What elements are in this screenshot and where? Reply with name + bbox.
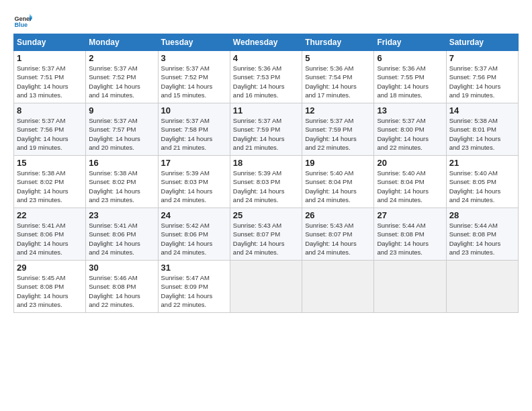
calendar-cell xyxy=(302,261,374,313)
day-info: Sunrise: 5:37 AM Sunset: 7:51 PM Dayligh… xyxy=(17,64,83,99)
calendar-cell: 17Sunrise: 5:39 AM Sunset: 8:03 PM Dayli… xyxy=(158,156,230,208)
col-sunday: Sunday xyxy=(14,34,86,51)
col-friday: Friday xyxy=(374,34,446,51)
day-number: 16 xyxy=(89,158,154,168)
calendar-cell: 2Sunrise: 5:37 AM Sunset: 7:52 PM Daylig… xyxy=(86,51,158,103)
day-info: Sunrise: 5:43 AM Sunset: 8:07 PM Dayligh… xyxy=(233,221,299,257)
day-info: Sunrise: 5:42 AM Sunset: 8:06 PM Dayligh… xyxy=(161,221,227,257)
calendar-cell xyxy=(446,261,518,313)
day-number: 26 xyxy=(305,210,371,220)
calendar-cell: 24Sunrise: 5:42 AM Sunset: 8:06 PM Dayli… xyxy=(158,208,230,261)
calendar-cell: 23Sunrise: 5:41 AM Sunset: 8:06 PM Dayli… xyxy=(86,208,158,261)
day-number: 29 xyxy=(17,263,83,273)
day-info: Sunrise: 5:40 AM Sunset: 8:04 PM Dayligh… xyxy=(377,169,443,204)
calendar-cell: 9Sunrise: 5:37 AM Sunset: 7:57 PM Daylig… xyxy=(86,103,158,156)
col-thursday: Thursday xyxy=(302,34,374,51)
day-number: 17 xyxy=(161,158,227,168)
calendar-cell: 19Sunrise: 5:40 AM Sunset: 8:04 PM Dayli… xyxy=(302,156,374,208)
calendar-cell: 16Sunrise: 5:38 AM Sunset: 8:02 PM Dayli… xyxy=(86,156,158,208)
day-number: 4 xyxy=(233,53,299,63)
day-info: Sunrise: 5:38 AM Sunset: 8:01 PM Dayligh… xyxy=(449,116,515,152)
logo-icon: General Blue xyxy=(13,12,32,31)
calendar-cell: 6Sunrise: 5:36 AM Sunset: 7:55 PM Daylig… xyxy=(374,51,446,103)
calendar-week-2: 8Sunrise: 5:37 AM Sunset: 7:56 PM Daylig… xyxy=(14,103,519,156)
day-info: Sunrise: 5:43 AM Sunset: 8:07 PM Dayligh… xyxy=(305,221,371,257)
svg-text:Blue: Blue xyxy=(14,21,28,28)
day-number: 31 xyxy=(161,263,227,273)
day-number: 30 xyxy=(89,263,154,273)
day-info: Sunrise: 5:39 AM Sunset: 8:03 PM Dayligh… xyxy=(233,169,299,204)
day-number: 23 xyxy=(89,210,154,220)
day-info: Sunrise: 5:36 AM Sunset: 7:55 PM Dayligh… xyxy=(377,64,443,99)
calendar-table: Sunday Monday Tuesday Wednesday Thursday… xyxy=(13,34,519,313)
day-number: 11 xyxy=(233,105,299,116)
day-number: 13 xyxy=(377,105,443,116)
calendar-cell: 11Sunrise: 5:37 AM Sunset: 7:59 PM Dayli… xyxy=(230,103,302,156)
calendar-cell: 15Sunrise: 5:38 AM Sunset: 8:02 PM Dayli… xyxy=(14,156,86,208)
day-info: Sunrise: 5:39 AM Sunset: 8:03 PM Dayligh… xyxy=(161,169,227,204)
logo: General Blue xyxy=(13,12,35,31)
day-info: Sunrise: 5:37 AM Sunset: 7:58 PM Dayligh… xyxy=(161,116,227,152)
calendar-cell: 31Sunrise: 5:47 AM Sunset: 8:09 PM Dayli… xyxy=(158,261,230,313)
day-number: 28 xyxy=(449,210,515,220)
day-info: Sunrise: 5:37 AM Sunset: 8:00 PM Dayligh… xyxy=(377,116,443,152)
day-info: Sunrise: 5:37 AM Sunset: 7:59 PM Dayligh… xyxy=(305,116,371,152)
calendar-cell: 21Sunrise: 5:40 AM Sunset: 8:05 PM Dayli… xyxy=(446,156,518,208)
day-info: Sunrise: 5:47 AM Sunset: 8:09 PM Dayligh… xyxy=(161,273,227,309)
day-number: 9 xyxy=(89,105,154,116)
calendar-cell xyxy=(374,261,446,313)
day-number: 6 xyxy=(377,53,443,63)
day-info: Sunrise: 5:41 AM Sunset: 8:06 PM Dayligh… xyxy=(17,221,83,257)
day-info: Sunrise: 5:44 AM Sunset: 8:08 PM Dayligh… xyxy=(449,221,515,257)
day-info: Sunrise: 5:44 AM Sunset: 8:08 PM Dayligh… xyxy=(377,221,443,257)
calendar-week-3: 15Sunrise: 5:38 AM Sunset: 8:02 PM Dayli… xyxy=(14,156,519,208)
calendar-cell: 27Sunrise: 5:44 AM Sunset: 8:08 PM Dayli… xyxy=(374,208,446,261)
calendar-cell: 4Sunrise: 5:36 AM Sunset: 7:53 PM Daylig… xyxy=(230,51,302,103)
day-number: 1 xyxy=(17,53,83,63)
calendar-cell: 26Sunrise: 5:43 AM Sunset: 8:07 PM Dayli… xyxy=(302,208,374,261)
calendar-cell: 5Sunrise: 5:36 AM Sunset: 7:54 PM Daylig… xyxy=(302,51,374,103)
calendar-cell: 3Sunrise: 5:37 AM Sunset: 7:52 PM Daylig… xyxy=(158,51,230,103)
calendar-cell: 29Sunrise: 5:45 AM Sunset: 8:08 PM Dayli… xyxy=(14,261,86,313)
day-info: Sunrise: 5:41 AM Sunset: 8:06 PM Dayligh… xyxy=(89,221,154,257)
calendar-week-1: 1Sunrise: 5:37 AM Sunset: 7:51 PM Daylig… xyxy=(14,51,519,103)
calendar-cell: 12Sunrise: 5:37 AM Sunset: 7:59 PM Dayli… xyxy=(302,103,374,156)
day-number: 7 xyxy=(449,53,515,63)
calendar-cell: 7Sunrise: 5:37 AM Sunset: 7:56 PM Daylig… xyxy=(446,51,518,103)
col-monday: Monday xyxy=(86,34,158,51)
day-info: Sunrise: 5:45 AM Sunset: 8:08 PM Dayligh… xyxy=(17,273,83,309)
day-info: Sunrise: 5:40 AM Sunset: 8:04 PM Dayligh… xyxy=(305,169,371,204)
header-row: Sunday Monday Tuesday Wednesday Thursday… xyxy=(14,34,519,51)
day-number: 20 xyxy=(377,158,443,168)
day-number: 19 xyxy=(305,158,371,168)
calendar-cell: 13Sunrise: 5:37 AM Sunset: 8:00 PM Dayli… xyxy=(374,103,446,156)
col-tuesday: Tuesday xyxy=(158,34,230,51)
day-number: 8 xyxy=(17,105,83,116)
day-info: Sunrise: 5:38 AM Sunset: 8:02 PM Dayligh… xyxy=(89,169,154,204)
calendar-cell: 14Sunrise: 5:38 AM Sunset: 8:01 PM Dayli… xyxy=(446,103,518,156)
day-info: Sunrise: 5:37 AM Sunset: 7:52 PM Dayligh… xyxy=(161,64,227,99)
calendar-cell: 20Sunrise: 5:40 AM Sunset: 8:04 PM Dayli… xyxy=(374,156,446,208)
day-number: 3 xyxy=(161,53,227,63)
calendar-week-4: 22Sunrise: 5:41 AM Sunset: 8:06 PM Dayli… xyxy=(14,208,519,261)
calendar-cell: 8Sunrise: 5:37 AM Sunset: 7:56 PM Daylig… xyxy=(14,103,86,156)
calendar-week-5: 29Sunrise: 5:45 AM Sunset: 8:08 PM Dayli… xyxy=(14,261,519,313)
col-wednesday: Wednesday xyxy=(230,34,302,51)
day-info: Sunrise: 5:37 AM Sunset: 7:57 PM Dayligh… xyxy=(89,116,154,152)
calendar-cell: 1Sunrise: 5:37 AM Sunset: 7:51 PM Daylig… xyxy=(14,51,86,103)
day-info: Sunrise: 5:37 AM Sunset: 7:59 PM Dayligh… xyxy=(233,116,299,152)
day-info: Sunrise: 5:37 AM Sunset: 7:52 PM Dayligh… xyxy=(89,64,154,99)
day-info: Sunrise: 5:37 AM Sunset: 7:56 PM Dayligh… xyxy=(17,116,83,152)
day-info: Sunrise: 5:40 AM Sunset: 8:05 PM Dayligh… xyxy=(449,169,515,204)
day-info: Sunrise: 5:38 AM Sunset: 8:02 PM Dayligh… xyxy=(17,169,83,204)
day-number: 15 xyxy=(17,158,83,168)
day-info: Sunrise: 5:37 AM Sunset: 7:56 PM Dayligh… xyxy=(449,64,515,99)
day-number: 5 xyxy=(305,53,371,63)
calendar-cell: 25Sunrise: 5:43 AM Sunset: 8:07 PM Dayli… xyxy=(230,208,302,261)
day-number: 27 xyxy=(377,210,443,220)
col-saturday: Saturday xyxy=(446,34,518,51)
day-number: 18 xyxy=(233,158,299,168)
day-info: Sunrise: 5:36 AM Sunset: 7:53 PM Dayligh… xyxy=(233,64,299,99)
day-number: 2 xyxy=(89,53,154,63)
calendar-cell: 30Sunrise: 5:46 AM Sunset: 8:08 PM Dayli… xyxy=(86,261,158,313)
